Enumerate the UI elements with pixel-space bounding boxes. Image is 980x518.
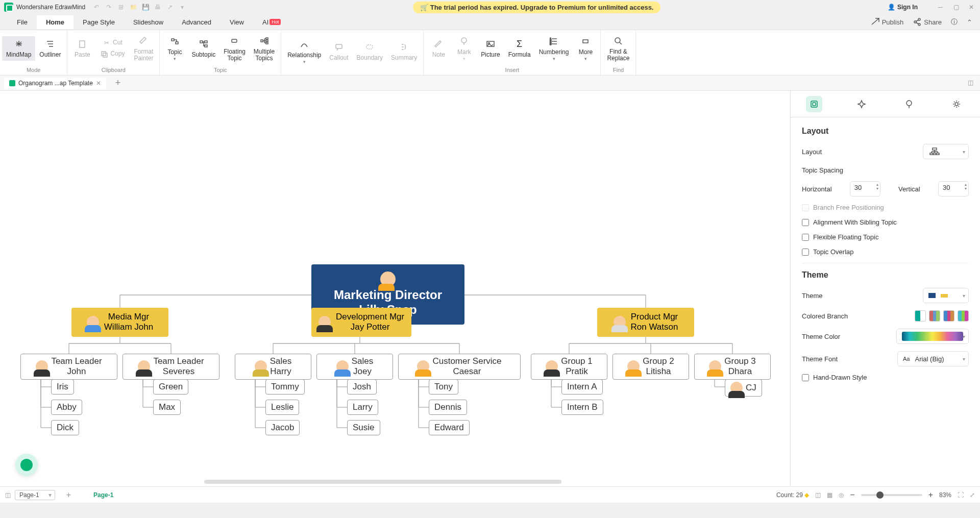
view-grid-icon[interactable]: ▦: [827, 491, 832, 499]
close-tab-icon[interactable]: ✕: [96, 80, 101, 87]
canvas[interactable]: Marketing DirectorLilly SnapMedia MgrWil…: [0, 91, 790, 486]
pages-icon[interactable]: ◫: [5, 491, 11, 499]
branch-swatch-3[interactable]: [943, 310, 954, 322]
formula-button[interactable]: ΣFormula: [504, 36, 535, 60]
org-node[interactable]: SalesHarry: [235, 354, 311, 380]
org-node[interactable]: Susie: [347, 420, 380, 435]
org-node[interactable]: Intern A: [561, 379, 603, 394]
theme-color-select[interactable]: ▾: [896, 329, 969, 344]
tab-view[interactable]: View: [220, 15, 253, 29]
document-tab[interactable]: Organogram ...ap Template ✕: [4, 78, 106, 89]
org-node[interactable]: Product MgrRon Watson: [597, 308, 694, 337]
panel-toggle-icon[interactable]: ◫: [968, 79, 976, 87]
horizontal-spacing-input[interactable]: 30▴▾: [850, 181, 880, 196]
branch-swatch-2[interactable]: [929, 310, 940, 322]
org-node[interactable]: Abby: [51, 400, 82, 415]
view-outline-icon[interactable]: ◫: [815, 491, 821, 499]
org-node[interactable]: Group 1Pratik: [531, 354, 607, 380]
org-node[interactable]: Media MgrWilliam John: [71, 308, 168, 337]
publish-button[interactable]: Publish: [871, 17, 904, 27]
fit-page-icon[interactable]: ⛶: [958, 491, 964, 499]
tab-file[interactable]: File: [8, 15, 37, 29]
org-node[interactable]: Iris: [51, 379, 74, 394]
org-node[interactable]: Dick: [51, 420, 79, 435]
sign-in-button[interactable]: 👤 Sign In: [888, 4, 918, 11]
org-node[interactable]: Josh: [347, 379, 377, 394]
fullscreen-icon[interactable]: ⤢: [970, 491, 975, 499]
org-node[interactable]: Jacob: [265, 420, 300, 435]
flexible-floating-checkbox[interactable]: Flexible Floating Topic: [802, 233, 969, 241]
page-select[interactable]: Page-1: [15, 490, 55, 500]
undo-icon[interactable]: ↶: [93, 4, 100, 11]
multiple-topics-button[interactable]: Multiple Topics: [250, 33, 279, 64]
close-icon[interactable]: ✕: [969, 4, 976, 11]
tab-advanced[interactable]: Advanced: [173, 15, 220, 29]
vertical-spacing-input[interactable]: 30▴▾: [938, 181, 969, 196]
add-page-button[interactable]: +: [66, 490, 71, 500]
tab-slideshow[interactable]: Slideshow: [124, 15, 173, 29]
spinner-icon[interactable]: ▴▾: [965, 183, 967, 191]
org-node[interactable]: Team LeaderSeveres: [122, 354, 219, 380]
theme-font-select[interactable]: AaArial (Big)▾: [897, 351, 969, 366]
zoom-slider[interactable]: [861, 494, 922, 496]
org-node[interactable]: Edward: [429, 420, 470, 435]
numbering-button[interactable]: 123Numbering▾: [535, 34, 573, 63]
open-icon[interactable]: 📁: [130, 4, 137, 11]
trial-banner[interactable]: 🛒 The trial period has expired. Upgrade …: [413, 2, 661, 13]
org-node[interactable]: Green: [153, 379, 188, 394]
side-tab-style[interactable]: [853, 96, 870, 112]
help-icon[interactable]: ⓘ: [951, 17, 958, 27]
relationship-button[interactable]: Relationship▾: [283, 37, 325, 66]
org-node[interactable]: Intern B: [561, 400, 603, 415]
align-sibling-checkbox[interactable]: Alignment With Sibling Topic: [802, 218, 969, 226]
topic-button[interactable]: Topic▾: [162, 34, 187, 63]
redo-icon[interactable]: ↷: [105, 4, 112, 11]
new-icon[interactable]: ⊞: [117, 4, 125, 11]
org-node[interactable]: Leslie: [265, 400, 299, 415]
spinner-icon[interactable]: ▴▾: [876, 183, 878, 191]
org-node[interactable]: Larry: [347, 400, 378, 415]
more-insert-button[interactable]: More▾: [573, 34, 598, 63]
save-icon[interactable]: 💾: [142, 4, 149, 11]
horizontal-scrollbar[interactable]: [204, 480, 561, 484]
minimize-icon[interactable]: ─: [938, 4, 945, 11]
find-replace-button[interactable]: Find & Replace: [603, 33, 633, 64]
outliner-button[interactable]: Outliner: [35, 36, 65, 60]
collapse-ribbon-icon[interactable]: ⌃: [967, 18, 972, 26]
maximize-icon[interactable]: ▢: [953, 4, 961, 11]
layout-select[interactable]: ▾: [923, 144, 969, 159]
topic-overlap-checkbox[interactable]: Topic Overlap: [802, 248, 969, 256]
add-tab-button[interactable]: +: [111, 78, 125, 88]
org-node[interactable]: Tony: [429, 379, 458, 394]
zoom-in-button[interactable]: +: [928, 490, 933, 500]
org-node[interactable]: Max: [153, 400, 181, 415]
org-node[interactable]: Customer ServiceCaesar: [398, 354, 521, 380]
org-node[interactable]: Tommy: [265, 379, 305, 394]
export-icon[interactable]: ↗: [166, 4, 174, 11]
ai-fab-button[interactable]: [15, 454, 38, 476]
side-tab-settings[interactable]: [948, 96, 965, 112]
subtopic-button[interactable]: Subtopic: [187, 36, 219, 60]
side-tab-icon[interactable]: [901, 96, 917, 112]
theme-select[interactable]: ▾: [923, 288, 969, 303]
tab-home[interactable]: Home: [37, 15, 74, 29]
hand-drawn-checkbox[interactable]: Hand-Drawn Style: [802, 374, 969, 381]
tab-page-style[interactable]: Page Style: [74, 15, 124, 29]
page-name-label[interactable]: Page-1: [93, 491, 113, 499]
org-node[interactable]: Group 3Dhara: [694, 354, 771, 380]
org-node[interactable]: Group 2Litisha: [612, 354, 689, 380]
mindmap-button[interactable]: MindMap: [2, 36, 35, 60]
print-icon[interactable]: 🖶: [154, 4, 161, 11]
org-node[interactable]: Dennis: [429, 400, 467, 415]
more-quick-icon[interactable]: ▾: [179, 4, 186, 11]
side-tab-layout[interactable]: [806, 96, 822, 112]
floating-topic-button[interactable]: Floating Topic: [219, 33, 250, 64]
org-node[interactable]: CJ: [725, 379, 762, 397]
zoom-out-button[interactable]: −: [850, 490, 854, 500]
view-focus-icon[interactable]: ◎: [839, 491, 844, 499]
picture-button[interactable]: Picture: [477, 36, 504, 60]
org-node[interactable]: Development MgrJay Potter: [311, 308, 411, 337]
branch-swatch-1[interactable]: [915, 310, 926, 322]
branch-swatch-4[interactable]: [958, 310, 969, 322]
tab-ai[interactable]: AI Hot: [253, 15, 290, 29]
